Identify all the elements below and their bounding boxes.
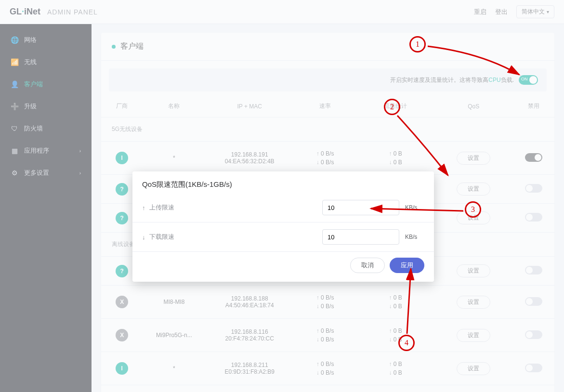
sidebar-item-wireless[interactable]: 📶 无线 [0, 51, 92, 73]
traffic-cell: 0 B0 B [356, 352, 434, 385]
disable-toggle[interactable] [525, 364, 542, 372]
disable-cell [512, 257, 554, 286]
language-select[interactable]: 简体中文 ▾ [516, 5, 554, 18]
vendor-badge: X [116, 329, 128, 341]
ip-mac: 192.168.8.211E0:9D:31:F8:A2:B9 [205, 352, 294, 385]
toggle-knob-icon [529, 76, 537, 84]
toggle-knob-icon [526, 267, 533, 274]
qos-cell: 设置 [434, 319, 512, 352]
apply-button[interactable]: 应用 [390, 258, 424, 273]
traffic-cell: 0 B0 B [356, 142, 434, 175]
disable-toggle[interactable] [525, 184, 542, 193]
modal-row-download: ↓ 下载限速 KB/s [132, 222, 434, 252]
footer: 版权 © 2020 GL.iNet. 保留所有权利. [101, 385, 554, 392]
qos-set-button[interactable]: 设置 [457, 264, 490, 277]
reboot-link[interactable]: 重启 [474, 8, 486, 16]
sidebar-item-apps[interactable]: ▦ 应用程序 › [0, 140, 92, 162]
disable-toggle[interactable] [525, 153, 542, 162]
sidebar-item-clients[interactable]: 👤 客户端 [0, 73, 92, 95]
stats-text: 开启实时速度及流量统计。这将导致高CPU负载. [390, 76, 514, 84]
modal-title: QoS限速范围(1KB/s-1GB/s) [132, 171, 434, 193]
sidebar-item-settings[interactable]: ⚙ 更多设置 › [0, 162, 92, 184]
realtime-stats-bar: 开启实时速度及流量统计。这将导致高CPU负载. ON [109, 68, 547, 91]
speed-cell: 0 B/s0 B/s [294, 142, 356, 175]
col-disable: 禁用 [512, 95, 554, 118]
traffic-cell: 0 B0 B [356, 286, 434, 319]
globe-icon: 🌐 [11, 36, 18, 44]
qos-cell: 设置 [434, 352, 512, 385]
unit-label: KB/s [405, 234, 424, 240]
toggle-knob-icon [535, 154, 541, 161]
toggle-knob-icon [526, 331, 533, 338]
disable-toggle[interactable] [525, 330, 542, 339]
sidebar-item-upgrade[interactable]: ➕ 升级 [0, 95, 92, 118]
disable-toggle[interactable] [525, 213, 542, 222]
cancel-button[interactable]: 取消 [350, 258, 385, 273]
ip-mac: 192.168.8.11620:F4:78:24:70:CC [205, 319, 294, 352]
sidebar-item-label: 更多设置 [24, 169, 49, 177]
table-row: I*192.168.8.19104:EA:56:32:D2:4B0 B/s0 B… [101, 142, 554, 175]
toggle-knob-icon [526, 298, 533, 305]
arrow-down-icon: ↓ [142, 234, 145, 241]
unit-label: KB/s [405, 204, 424, 211]
upload-limit-input[interactable] [322, 200, 399, 215]
toggle-knob-icon [526, 185, 533, 192]
col-name: 名称 [143, 95, 206, 118]
brand-suffix: iNet [24, 7, 40, 16]
col-ipmac: IP + MAC [205, 95, 294, 118]
toggle-knob-icon [526, 365, 533, 371]
qos-set-button[interactable]: 设置 [457, 329, 490, 342]
table-row: XMI8-MI8192.168.8.188A4:50:46:EA:18:740 … [101, 286, 554, 319]
sidebar-item-label: 应用程序 [24, 146, 49, 155]
panel-label: ADMIN PANEL [47, 8, 98, 16]
grid-icon: ▦ [11, 147, 18, 155]
modal-footer: 取消 应用 [132, 252, 434, 282]
disable-toggle[interactable] [525, 297, 542, 306]
download-limit-input[interactable] [322, 229, 399, 245]
plus-icon: ➕ [11, 103, 18, 110]
chevron-right-icon: › [79, 170, 81, 176]
ip-mac: 192.168.8.188A4:50:46:EA:18:74 [205, 286, 294, 319]
toggle-on-label: ON [521, 77, 528, 81]
vendor-badge: ? [116, 212, 128, 224]
ip-mac: 192.168.8.19104:EA:56:32:D2:4B [205, 142, 294, 175]
vendor-badge: ? [116, 183, 128, 196]
speed-cell: 0 B/s0 B/s [294, 319, 356, 352]
qos-cell: 设置 [434, 286, 512, 319]
traffic-cell: 0 B0 B [356, 319, 434, 352]
qos-cell: 设置 [434, 142, 512, 175]
sidebar: 🌐 网络 📶 无线 👤 客户端 ➕ 升级 🛡 防火墙 ▦ 应用程序 › ⚙ 更多… [0, 24, 92, 392]
qos-set-button[interactable]: 设置 [457, 362, 490, 375]
disable-cell [512, 319, 554, 352]
sidebar-item-firewall[interactable]: 🛡 防火墙 [0, 118, 92, 140]
sidebar-item-label: 网络 [24, 36, 37, 44]
col-qos: QoS [434, 95, 512, 118]
brand: GL·iNet ADMIN PANEL [10, 7, 98, 17]
sidebar-item-network[interactable]: 🌐 网络 [0, 29, 92, 51]
brand-prefix: GL [10, 7, 22, 16]
qos-cell: 设置 [434, 257, 512, 286]
client-name: * [143, 352, 206, 385]
qos-set-button[interactable]: 设置 [457, 296, 490, 309]
page-title: 客户端 [120, 41, 144, 52]
disable-toggle[interactable] [525, 266, 542, 274]
card-header: 客户端 [101, 33, 554, 61]
vendor-badge: I [116, 152, 128, 164]
wifi-icon: 📶 [11, 58, 18, 66]
table-section: 5G无线设备 [101, 118, 554, 142]
annotation-3: 3 [465, 201, 481, 218]
chevron-down-icon: ▾ [547, 9, 549, 14]
vendor-badge: X [116, 296, 128, 308]
client-name: * [143, 142, 206, 175]
logout-link[interactable]: 登出 [495, 8, 508, 16]
upload-label: 上传限速 [149, 203, 174, 212]
arrow-up-icon: ↑ [142, 204, 145, 211]
speed-cell: 0 B/s0 B/s [294, 286, 356, 319]
annotation-1: 1 [409, 36, 426, 52]
disable-cell [512, 142, 554, 175]
sidebar-item-label: 防火墙 [24, 124, 43, 133]
qos-set-button[interactable]: 设置 [457, 183, 490, 196]
realtime-toggle[interactable]: ON [519, 75, 538, 85]
qos-set-button[interactable]: 设置 [457, 152, 490, 165]
vendor-badge: I [116, 362, 128, 375]
